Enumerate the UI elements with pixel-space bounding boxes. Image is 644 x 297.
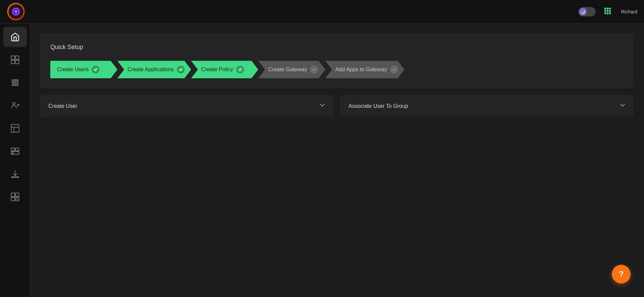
svg-point-18 xyxy=(12,80,13,81)
svg-point-22 xyxy=(14,82,16,84)
svg-point-23 xyxy=(16,82,18,84)
svg-point-36 xyxy=(12,153,13,154)
content-area: Quick Setup Create UsersCreate Applicati… xyxy=(30,24,644,297)
svg-point-21 xyxy=(12,82,13,84)
svg-point-25 xyxy=(14,84,16,86)
logo xyxy=(7,2,25,21)
step-check-icon xyxy=(177,66,184,73)
step-create-applications[interactable]: Create Applications xyxy=(117,61,191,78)
svg-rect-16 xyxy=(11,60,15,64)
step-create-gateway[interactable]: Create Gateway xyxy=(258,61,325,78)
svg-rect-38 xyxy=(15,193,19,197)
svg-rect-39 xyxy=(11,197,15,201)
svg-rect-34 xyxy=(15,148,19,151)
sidebar-item-add-widget[interactable] xyxy=(3,187,27,207)
svg-rect-17 xyxy=(15,60,19,64)
quick-setup-section: Quick Setup Create UsersCreate Applicati… xyxy=(40,34,634,88)
user-name: Richard xyxy=(621,9,637,14)
step-label: Create Policy xyxy=(201,67,233,73)
svg-rect-6 xyxy=(607,8,608,9)
steps-container: Create UsersCreate ApplicationsCreate Po… xyxy=(50,61,624,78)
svg-rect-15 xyxy=(15,56,19,59)
svg-rect-7 xyxy=(609,8,611,9)
grid-icon-button[interactable] xyxy=(602,6,614,18)
step-label: Add Apps to Gateway xyxy=(335,67,387,73)
step-check-icon xyxy=(92,66,99,73)
chevron-down-icon xyxy=(319,102,326,110)
sidebar-item-download[interactable] xyxy=(3,164,27,184)
sidebar-item-user-config[interactable] xyxy=(3,95,27,116)
sidebar-item-users[interactable] xyxy=(3,50,27,70)
step-check-icon xyxy=(310,66,318,73)
svg-point-26 xyxy=(16,84,18,86)
sidebar-item-grid[interactable] xyxy=(3,73,27,93)
theme-toggle-icon: 🌙 xyxy=(579,8,587,15)
card-title-associate-user-to-group: Associate User To Group xyxy=(348,103,408,109)
topbar-right: 🌙 Richard xyxy=(578,6,637,18)
svg-rect-13 xyxy=(609,12,611,14)
card-associate-user-to-group: Associate User To Group xyxy=(340,95,634,117)
quick-setup-title: Quick Setup xyxy=(50,44,624,51)
card-title-create-user: Create User xyxy=(48,103,77,109)
svg-rect-5 xyxy=(604,8,606,9)
svg-point-4 xyxy=(15,11,17,13)
theme-toggle[interactable]: 🌙 xyxy=(578,7,596,16)
card-header-create-user[interactable]: Create User xyxy=(40,95,334,117)
svg-rect-10 xyxy=(609,10,611,12)
card-create-user: Create User xyxy=(40,95,334,117)
svg-rect-8 xyxy=(604,10,606,12)
card-header-associate-user-to-group[interactable]: Associate User To Group xyxy=(340,95,634,117)
sidebar xyxy=(0,24,30,297)
sidebar-item-service-config[interactable] xyxy=(3,141,27,161)
svg-point-27 xyxy=(13,102,15,105)
cards-row: Create UserAssociate User To Group xyxy=(40,95,634,117)
svg-rect-37 xyxy=(11,193,15,197)
step-add-apps-to-gateway[interactable]: Add Apps to Gateway xyxy=(325,61,405,78)
svg-point-20 xyxy=(16,80,18,81)
sidebar-item-home[interactable] xyxy=(3,27,27,47)
sidebar-item-layout[interactable] xyxy=(3,118,27,138)
svg-point-19 xyxy=(14,80,16,81)
svg-point-24 xyxy=(12,84,13,86)
step-label: Create Users xyxy=(57,67,89,73)
main-layout: Quick Setup Create UsersCreate Applicati… xyxy=(0,24,644,297)
svg-rect-9 xyxy=(607,10,608,12)
help-button[interactable]: ? xyxy=(612,265,631,284)
svg-rect-14 xyxy=(11,56,15,59)
svg-rect-30 xyxy=(11,124,19,132)
step-create-policy[interactable]: Create Policy xyxy=(191,61,258,78)
svg-rect-33 xyxy=(11,148,15,151)
topbar: 🌙 Richard xyxy=(0,0,644,24)
step-create-users[interactable]: Create Users xyxy=(50,61,117,78)
svg-rect-12 xyxy=(607,12,608,14)
svg-rect-11 xyxy=(604,12,606,14)
chevron-down-icon xyxy=(619,102,626,110)
help-icon: ? xyxy=(619,269,624,279)
step-label: Create Gateway xyxy=(268,67,307,73)
step-check-icon xyxy=(390,66,398,73)
step-label: Create Applications xyxy=(127,67,174,73)
step-check-icon xyxy=(236,66,244,73)
